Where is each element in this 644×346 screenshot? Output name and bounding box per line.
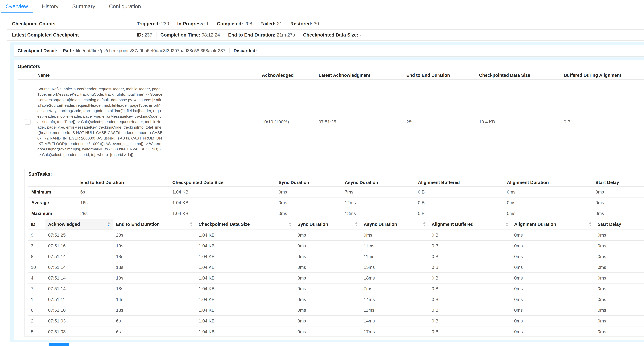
- subtask-cell: 0 B: [429, 326, 512, 337]
- tab-summary[interactable]: Summary: [68, 0, 100, 13]
- subtask-cell: 0ms: [512, 262, 595, 273]
- subtasks-card: SubTasks: End to End Duration Checkpoint…: [24, 169, 644, 337]
- tab-overview[interactable]: Overview: [1, 0, 33, 13]
- subtask-cell: 0 B: [429, 283, 512, 294]
- subtask-row: 207:51:036s1.04 KB0ms14ms0 B0ms0ms: [28, 316, 644, 326]
- subtask-cell: 1.04 KB: [196, 294, 295, 305]
- column-title: Start Delay: [598, 222, 621, 227]
- subtask-cell: 17ms: [361, 326, 429, 337]
- partially-visible-button[interactable]: [48, 343, 69, 346]
- checkpoint-stats: Checkpoint Counts Triggered: 230In Progr…: [7, 18, 644, 41]
- subtask-cell: 0ms: [295, 262, 361, 273]
- column-title: Alignment Duration: [514, 222, 556, 227]
- subtask-cell: 28s: [114, 230, 196, 240]
- column-title: Sync Duration: [298, 222, 328, 227]
- column-header-start-delay[interactable]: Start Delay: [595, 219, 644, 230]
- summary-col-blank: [28, 178, 79, 186]
- caret-down-icon: [423, 225, 426, 226]
- subtask-cell: 11ms: [361, 240, 429, 251]
- column-header-checkpointed-data-size[interactable]: Checkpointed Data Size: [196, 219, 295, 230]
- summary-cell: 0 B: [416, 197, 505, 208]
- stat-label: Triggered:: [137, 21, 160, 26]
- stat-item: In Progress: 1: [177, 21, 209, 26]
- subtask-cell: 14ms: [361, 294, 429, 305]
- sorter-icon: [190, 222, 192, 226]
- summary-col-alignment-duration: Alignment Duration: [505, 178, 594, 186]
- subtask-cell: 14s: [114, 294, 196, 305]
- column-header-alignment-buffered[interactable]: Alignment Buffered: [429, 219, 512, 230]
- subtask-row: 407:51:1418s1.04 KB0ms18ms0 B0ms0ms: [28, 273, 644, 283]
- stat-value: 21: [276, 21, 282, 26]
- discarded-value: -: [259, 48, 260, 53]
- tab-history[interactable]: History: [37, 0, 63, 13]
- subtask-cell: 07:51:10: [46, 305, 114, 316]
- subtask-cell: 18ms: [361, 273, 429, 283]
- collapse-toggle-button[interactable]: -: [25, 119, 30, 125]
- stat-value: 208: [243, 21, 252, 26]
- column-header-checkpointed-data-size: Checkpointed Data Size: [479, 73, 564, 78]
- checkpoint-counts-values: Triggered: 230In Progress: 1Completed: 2…: [137, 21, 319, 26]
- column-header-async-duration[interactable]: Async Duration: [361, 219, 429, 230]
- summary-cell: 0ms: [594, 186, 644, 197]
- operator-latest-acknowledgment: 07:51:25: [319, 119, 406, 125]
- subtask-cell: 0ms: [295, 273, 361, 283]
- subtask-cell: 4: [28, 273, 46, 283]
- column-header-acknowledged[interactable]: Acknowledged: [46, 219, 114, 230]
- subtask-cell: 0ms: [595, 230, 644, 240]
- stat-value: 230: [160, 21, 169, 26]
- column-header-end-to-end-duration[interactable]: End to End Duration: [114, 219, 196, 230]
- stat-item: Checkpointed Data Size: -: [303, 32, 361, 38]
- checkpoint-counts-row: Checkpoint Counts Triggered: 230In Progr…: [7, 18, 644, 29]
- subtask-cell: 0ms: [512, 273, 595, 283]
- divider: [256, 21, 256, 26]
- subtask-cell: 0ms: [595, 251, 644, 262]
- path-value: file:/opt/flink/pv/checkpoints/87a9bb5ef…: [76, 48, 226, 53]
- operators-table: Name Acknowledged Latest Acknowledgment …: [18, 71, 644, 164]
- summary-cell: 0ms: [594, 197, 644, 208]
- stat-label: Restored:: [290, 21, 312, 26]
- subtask-cell: 0ms: [595, 262, 644, 273]
- summary-cell: 12ms: [343, 197, 416, 208]
- sorter-icon: [423, 222, 426, 226]
- caret-up-icon: [355, 222, 358, 224]
- tab-configuration[interactable]: Configuration: [104, 0, 146, 13]
- stat-value: 1: [205, 21, 209, 26]
- column-title: Alignment Buffered: [432, 222, 474, 227]
- subtask-cell: 18s: [114, 283, 196, 294]
- checkpoint-counts-label: Checkpoint Counts: [12, 21, 137, 26]
- subtask-cell: 9ms: [361, 230, 429, 240]
- summary-cell: 0ms: [505, 208, 594, 219]
- subtask-cell: 0ms: [512, 283, 595, 294]
- caret-down-icon: [589, 225, 592, 226]
- column-header-sync-duration[interactable]: Sync Duration: [295, 219, 361, 230]
- subtask-cell: 07:51:14: [46, 262, 114, 273]
- subtask-cell: 18s: [114, 251, 196, 262]
- latest-completed-checkpoint-label: Latest Completed Checkpoint: [12, 32, 137, 38]
- column-header-alignment-duration[interactable]: Alignment Duration: [512, 219, 595, 230]
- subtasks-summary-table: End to End Duration Checkpointed Data Si…: [28, 178, 644, 219]
- summary-cell: 0ms: [277, 186, 343, 197]
- summary-row: Average16s1.04 KB0ms12ms0 B0ms0ms: [28, 197, 644, 208]
- operators-section-label: Operators:: [18, 64, 644, 69]
- summary-cell: 0ms: [505, 186, 594, 197]
- subtask-cell: 0ms: [595, 305, 644, 316]
- subtask-cell: 1.04 KB: [196, 273, 295, 283]
- subtask-cell: 0ms: [595, 273, 644, 283]
- subtasks-section-label: SubTasks:: [28, 172, 644, 177]
- caret-down-icon: [355, 225, 358, 226]
- stat-label: End to End Duration:: [228, 32, 275, 37]
- column-header-buffered-during-alignment: Buffered During Alignment: [564, 73, 644, 78]
- subtask-cell: 0 B: [429, 305, 512, 316]
- checkpoints-overview-panel: Overview History Summary Configuration R…: [0, 0, 644, 346]
- summary-col-sync-duration: Sync Duration: [277, 178, 343, 186]
- summary-cell: 6s: [78, 186, 170, 197]
- subtask-row: 307:51:1619s1.04 KB0ms11ms0 B0ms0ms: [28, 240, 644, 251]
- column-title: Async Duration: [364, 222, 397, 227]
- stat-value: -: [358, 32, 361, 37]
- column-title: Checkpointed Data Size: [198, 222, 250, 227]
- subtask-cell: 0ms: [512, 316, 595, 326]
- subtask-cell: 18s: [114, 262, 196, 273]
- divider: [213, 21, 213, 26]
- operator-acknowledged: 10/10 (100%): [262, 119, 319, 125]
- operator-row: - Source: KafkaTableSource(header, reque…: [18, 80, 644, 164]
